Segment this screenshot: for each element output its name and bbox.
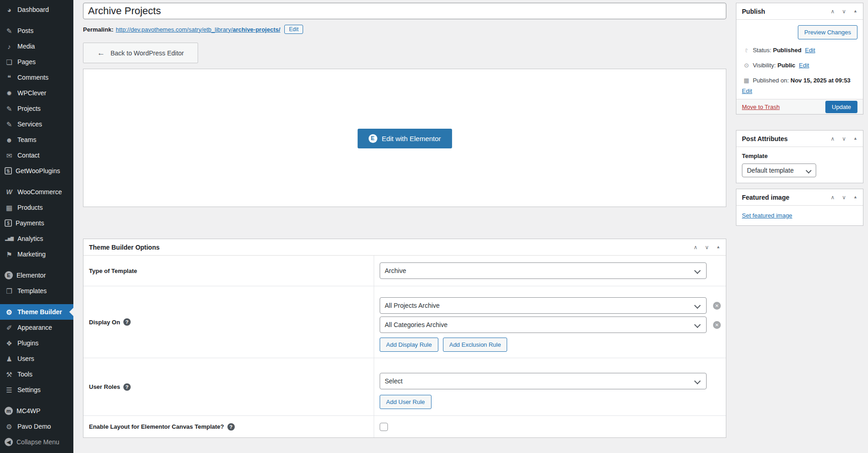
sidebar-item-marketing[interactable]: ⚑ Marketing: [0, 246, 73, 262]
update-button[interactable]: Update: [825, 101, 857, 113]
help-icon[interactable]: ?: [123, 383, 131, 391]
move-up-icon[interactable]: ∧: [830, 136, 835, 142]
published-on-row: ▦ Published on: Nov 15, 2025 at 09:53 Ed…: [742, 76, 857, 95]
left-arrow-icon: ←: [97, 49, 105, 57]
sidebar-item-elementor[interactable]: E Elementor: [0, 267, 73, 283]
remove-rule-icon[interactable]: ✕: [713, 302, 721, 310]
sidebar-item-products[interactable]: ▦ Products: [0, 200, 73, 215]
display-rule-1-select[interactable]: All Projects Archive: [380, 297, 707, 314]
edit-visibility-link[interactable]: Edit: [799, 62, 809, 69]
featured-image-panel: Featured image ∧ ∨ ▲ Set featured image: [736, 189, 863, 226]
sidebar-item-plugins[interactable]: ❖ Plugins: [0, 335, 73, 351]
permalink-link[interactable]: http://dev.pavothemes.com/satry/etb_libr…: [116, 26, 280, 33]
sidebar-item-tools[interactable]: ⚒ Tools: [0, 366, 73, 382]
sidebar-item-teams[interactable]: ☻ Teams: [0, 132, 73, 147]
help-icon[interactable]: ?: [227, 423, 235, 431]
chart-bar-icon: ▂▅▇: [5, 237, 14, 241]
visibility-label: Visibility:: [753, 62, 776, 69]
plugin-icon: ❖: [5, 340, 14, 347]
edit-status-link[interactable]: Edit: [805, 47, 815, 54]
template-value: Default template: [747, 167, 794, 174]
toggle-panel-icon[interactable]: ▲: [853, 136, 857, 141]
edit-with-elementor-button[interactable]: E Edit with Elementor: [357, 129, 452, 148]
type-of-template-select[interactable]: Archive: [380, 262, 707, 279]
move-up-icon[interactable]: ∧: [830, 195, 835, 200]
preview-changes-button[interactable]: Preview Changes: [798, 25, 857, 39]
sidebar-item-dashboard[interactable]: ◕ Dashboard: [0, 2, 73, 17]
template-select[interactable]: Default template: [742, 164, 816, 177]
canvas-template-label: Enable Layout for Elementor Canvas Templ…: [89, 423, 224, 430]
sidebar-item-comments[interactable]: ❝ Comments: [0, 70, 73, 85]
panel-title: Theme Builder Options: [89, 244, 160, 251]
move-up-icon[interactable]: ∧: [693, 245, 697, 250]
sidebar-item-analytics[interactable]: ▂▅▇ Analytics: [0, 231, 73, 246]
add-exclusion-rule-button[interactable]: Add Exclusion Rule: [443, 338, 508, 352]
move-up-icon[interactable]: ∧: [830, 9, 835, 14]
pages-icon: ❏: [5, 59, 14, 65]
envelope-icon: ✉: [5, 152, 14, 159]
user-roles-select[interactable]: Select: [380, 373, 707, 389]
type-of-template-row: Type of Template Archive: [83, 256, 726, 286]
sidebar-menu: ◕ Dashboard ✎ Posts ♪ Media ❏ Pages ❝ Co…: [0, 2, 73, 450]
sidebar-item-wpclever[interactable]: ✹ WPClever: [0, 85, 73, 101]
eye-icon: ⊙: [742, 61, 751, 70]
canvas-template-row: Enable Layout for Elementor Canvas Templ…: [83, 416, 726, 437]
sidebar-item-posts[interactable]: ✎ Posts: [0, 23, 73, 38]
sidebar-item-mc4wp[interactable]: m MC4WP: [0, 403, 73, 419]
paintbrush-icon: ✐: [5, 324, 14, 331]
edit-published-link[interactable]: Edit: [742, 87, 752, 95]
elementor-button-label: Edit with Elementor: [381, 135, 441, 142]
move-down-icon[interactable]: ∨: [842, 195, 846, 200]
user-roles-value: Select: [385, 377, 403, 385]
sidebar-item-payments[interactable]: $ Payments: [0, 215, 73, 231]
canvas-template-checkbox[interactable]: [380, 423, 388, 431]
move-to-trash-link[interactable]: Move to Trash: [742, 104, 780, 110]
display-rule-2-value: All Categories Archive: [385, 321, 448, 328]
sidebar-item-appearance[interactable]: ✐ Appearance: [0, 320, 73, 335]
elementor-icon: E: [368, 134, 377, 143]
toggle-panel-icon[interactable]: ▲: [716, 245, 720, 249]
permalink-row: Permalink: http://dev.pavothemes.com/sat…: [83, 25, 726, 34]
status-row: ♇ Status: Published Edit: [742, 46, 857, 55]
type-of-template-value: Archive: [385, 267, 406, 274]
sidebar-item-theme-builder[interactable]: ⚙ Theme Builder: [0, 304, 73, 320]
sidebar-item-services[interactable]: ✎ Services: [0, 116, 73, 132]
move-down-icon[interactable]: ∨: [705, 245, 709, 250]
publish-panel: Publish ∧ ∨ ▲ Preview Changes ♇ Status: …: [736, 3, 863, 115]
sidebar-item-pavo-demo[interactable]: ⚙ Pavo Demo: [0, 419, 73, 434]
move-down-icon[interactable]: ∨: [842, 136, 846, 142]
collapse-icon: ◀: [5, 438, 13, 446]
sliders-icon: ⇅: [5, 167, 12, 175]
payments-icon: $: [5, 219, 12, 227]
move-down-icon[interactable]: ∨: [842, 9, 846, 14]
post-title-input[interactable]: [83, 3, 726, 19]
help-icon[interactable]: ?: [123, 318, 131, 326]
content-area: Permalink: http://dev.pavothemes.com/sat…: [73, 0, 868, 453]
theme-builder-panel-header: Theme Builder Options ∧ ∨ ▲: [83, 239, 726, 256]
sidebar-item-users[interactable]: ♟ Users: [0, 351, 73, 366]
media-icon: ♪: [5, 43, 14, 50]
sidebar-item-settings[interactable]: ☰ Settings: [0, 382, 73, 398]
permalink-edit-button[interactable]: Edit: [284, 25, 303, 34]
set-featured-image-link[interactable]: Set featured image: [742, 212, 792, 219]
theme-builder-options-panel: Theme Builder Options ∧ ∨ ▲ Type of Temp…: [83, 239, 726, 438]
sidebar-item-templates[interactable]: ❐ Templates: [0, 283, 73, 299]
remove-rule-icon[interactable]: ✕: [713, 321, 721, 329]
toggle-panel-icon[interactable]: ▲: [853, 9, 857, 13]
sidebar-item-collapse-menu[interactable]: ◀ Collapse Menu: [0, 434, 73, 450]
toggle-panel-icon[interactable]: ▲: [853, 195, 857, 199]
sidebar-item-contact[interactable]: ✉ Contact: [0, 147, 73, 163]
featured-image-title: Featured image: [742, 194, 789, 201]
sidebar-item-getwooplugins[interactable]: ⇅ GetWooPlugins: [0, 163, 73, 179]
status-value: Published: [773, 47, 802, 54]
add-user-rule-button[interactable]: Add User Rule: [380, 395, 431, 409]
sidebar-item-projects[interactable]: ✎ Projects: [0, 101, 73, 116]
add-display-rule-button[interactable]: Add Display Rule: [380, 338, 438, 352]
back-to-wordpress-editor-button[interactable]: ← Back to WordPress Editor: [83, 43, 198, 63]
sidebar-item-woocommerce[interactable]: W WooCommerce: [0, 184, 73, 200]
display-rule-2-select[interactable]: All Categories Archive: [380, 317, 707, 333]
megaphone-icon: ⚑: [5, 251, 14, 258]
folder-icon: ❐: [5, 288, 14, 295]
sidebar-item-media[interactable]: ♪ Media: [0, 38, 73, 54]
sidebar-item-pages[interactable]: ❏ Pages: [0, 54, 73, 70]
